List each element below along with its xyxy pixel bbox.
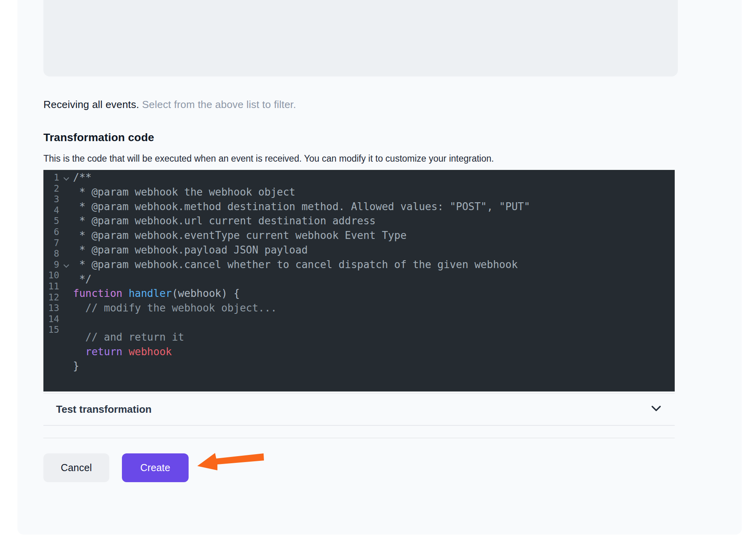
gutter-line-number: 6 (43, 227, 59, 238)
code-line: * @param webhook.method destination meth… (73, 199, 675, 214)
code-line: */ (73, 272, 675, 287)
code-line: } (73, 359, 675, 373)
event-filter-panel[interactable] (43, 0, 678, 76)
gutter-line-number: 8 (43, 248, 59, 259)
test-transformation-section[interactable]: Test transformation (43, 393, 675, 426)
code-line: * @param webhook.eventType current webho… (73, 228, 675, 243)
code-line (73, 315, 675, 330)
webhook-form-card: Receiving all events. Select from the ab… (17, 0, 742, 535)
code-line: return webhook (73, 345, 675, 359)
gutter-line-number: 9 (43, 259, 59, 270)
gutter-line-number: 2 (43, 183, 59, 194)
code-line: * @param webhook.cancel whether to cance… (73, 257, 675, 272)
webhook-editor-page: Receiving all events. Select from the ab… (0, 0, 756, 548)
code-line: * @param webhook the webhook object (73, 185, 675, 199)
editor-gutter: 123456789101112131415 (43, 172, 59, 336)
create-button[interactable]: Create (122, 453, 189, 482)
code-line: function handler(webhook) { (73, 286, 675, 301)
cancel-button[interactable]: Cancel (43, 453, 109, 482)
gutter-line-number: 1 (43, 172, 59, 183)
editor-code[interactable]: /** * @param webhook the webhook object … (73, 170, 675, 373)
gutter-line-number: 14 (43, 314, 59, 325)
arrow-shape (197, 453, 264, 470)
code-line: * @param webhook.url current destination… (73, 214, 675, 228)
annotation-arrow-left-icon (193, 450, 266, 474)
code-line: /** (73, 170, 675, 185)
gutter-line-number: 7 (43, 238, 59, 249)
code-line: * @param webhook.payload JSON payload (73, 243, 675, 257)
gutter-line-number: 12 (43, 292, 59, 303)
transformation-code-description: This is the code that will be executed w… (43, 153, 494, 164)
gutter-line-number: 3 (43, 194, 59, 205)
gutter-line-number: 5 (43, 216, 59, 227)
filter-note-muted: Select from the above list to filter. (139, 99, 296, 110)
fold-chevron-icon[interactable] (64, 263, 69, 268)
gutter-line-number: 4 (43, 205, 59, 216)
code-editor[interactable]: 123456789101112131415 /** * @param webho… (43, 170, 675, 391)
code-line: // and return it (73, 330, 675, 345)
chevron-down-icon[interactable] (651, 405, 661, 412)
gutter-line-number: 13 (43, 303, 59, 314)
test-transformation-label: Test transformation (56, 403, 152, 416)
section-divider (43, 438, 675, 438)
filter-note-strong: Receiving all events. (43, 99, 139, 110)
code-line: // modify the webhook object... (73, 301, 675, 315)
gutter-line-number: 10 (43, 270, 59, 281)
fold-chevron-icon[interactable] (64, 176, 69, 181)
transformation-code-title: Transformation code (43, 131, 154, 144)
gutter-line-number: 11 (43, 281, 59, 292)
event-filter-note: Receiving all events. Select from the ab… (43, 98, 296, 111)
gutter-line-number: 15 (43, 324, 59, 336)
